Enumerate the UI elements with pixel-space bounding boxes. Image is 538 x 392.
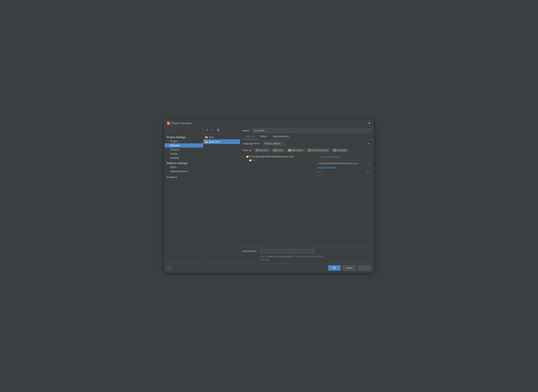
sidebar-item-artifacts[interactable]: Artifacts (165, 156, 203, 160)
language-level-select-wrap: Project default (263, 141, 371, 146)
sidebar-item-libraries[interactable]: Libraries (165, 148, 203, 152)
name-row: Name: (240, 127, 374, 134)
module-icon (205, 136, 208, 139)
dialog-close-button[interactable]: ✕ (368, 121, 371, 125)
source-folders-label: Source Folders (318, 166, 371, 169)
detail-panel: + Add Content Root D:\projects\java\itti… (315, 154, 374, 247)
tree-src-item[interactable]: 📁 src (240, 159, 315, 162)
remove-source-folder-button[interactable]: ✕ (369, 170, 371, 173)
sidebar-item-global-libraries[interactable]: Global Libraries (165, 169, 203, 173)
module-list: java java-core (203, 134, 240, 263)
language-level-label: Language level: (242, 142, 261, 145)
add-content-root-button[interactable]: + Add Content Root (315, 154, 374, 160)
project-settings-label: Project Settings (165, 135, 203, 139)
help-button[interactable]: ? (167, 266, 172, 270)
module-item-java[interactable]: java (203, 135, 240, 139)
sources-mark-icon (256, 149, 259, 151)
content-root-section: D:\projects\java\ittimeline\java\java-co… (315, 160, 374, 175)
sidebar-item-modules[interactable]: Modules (165, 143, 203, 148)
main-content: ← → Project Settings Project Modules Lib… (165, 127, 374, 263)
svg-rect-4 (205, 141, 206, 141)
nav-forward-button[interactable]: → (171, 129, 176, 133)
add-module-button[interactable]: + (205, 128, 210, 132)
excluded-mark-icon (334, 149, 336, 151)
svg-rect-1 (205, 136, 206, 137)
svg-rect-5 (205, 141, 208, 143)
language-level-select[interactable]: Project default (263, 141, 286, 146)
platform-settings-label: Platform Settings (165, 160, 203, 165)
file-tree: ▾ 📁 D:\projects\java\ittimeline\java\jav… (240, 154, 315, 247)
copy-module-button[interactable]: ⧉ (216, 128, 221, 132)
add-content-root-label: Add Content Root (320, 155, 340, 159)
sidebar-item-sdks[interactable]: SDKs (165, 165, 203, 169)
tab-sources[interactable]: Sources (242, 134, 258, 140)
sources-bottom: Exclude files: Use ; to separate name pa… (240, 247, 374, 263)
content-root-path: D:\projects\java\ittimeline\java\java-co… (318, 162, 368, 164)
apply-button[interactable]: Apply (357, 265, 371, 271)
mark-tests-button[interactable]: Tests (272, 148, 284, 152)
mark-as-row: Mark as: Sources Tests Resources (240, 148, 374, 154)
app-icon: 🔥 (167, 121, 170, 125)
content-area: Name: Sources Paths Dependencies Languag… (240, 127, 374, 263)
tree-chevron-icon: ▾ (242, 155, 245, 158)
title-bar-left: 🔥 Project Structure (167, 121, 192, 125)
mark-test-resources-button[interactable]: Test Resources (306, 148, 329, 152)
exclude-input[interactable] (260, 249, 314, 253)
mark-resources-button[interactable]: Resources (287, 148, 305, 152)
tests-mark-icon (274, 149, 276, 151)
language-level-row: Language level: Project default (240, 140, 374, 148)
source-folder-actions: ✎ ✕ (366, 170, 371, 173)
source-folder-row: src ✎ ✕ (318, 170, 371, 173)
content-root-close-button[interactable]: ✕ (368, 162, 371, 165)
dialog-title: Project Structure (171, 121, 192, 125)
ok-button[interactable]: OK (328, 265, 340, 271)
module-item-java-core[interactable]: java-core (203, 139, 240, 144)
exclude-hint: Use ; to separate name patterns, * for a… (242, 255, 371, 262)
edit-source-folder-button[interactable]: ✎ (366, 170, 368, 173)
module-toolbar: + − ⧉ (203, 127, 240, 134)
svg-rect-2 (205, 137, 208, 138)
root-folder-icon: 📁 (246, 155, 249, 158)
bottom-bar: ? OK Close Apply (165, 263, 374, 272)
remove-module-button[interactable]: − (210, 128, 215, 132)
tree-and-detail: ▾ 📁 D:\projects\java\ittimeline\java\jav… (240, 154, 374, 247)
exclude-label: Exclude files: (242, 250, 258, 253)
source-folder-name: src (318, 170, 321, 173)
add-icon: + (318, 155, 319, 159)
sidebar-item-problems[interactable]: Problems (165, 175, 203, 179)
sources-panel: Language level: Project default Mark as:… (240, 140, 374, 263)
resources-mark-icon (288, 149, 291, 151)
name-input[interactable] (253, 128, 371, 133)
title-bar: 🔥 Project Structure ✕ (165, 120, 374, 127)
module-panel: + − ⧉ java (203, 127, 240, 263)
src-folder-icon: 📁 (249, 159, 252, 162)
sidebar-nav: ← → (165, 128, 203, 134)
content-root-header: D:\projects\java\ittimeline\java\java-co… (318, 162, 371, 165)
tree-root-item[interactable]: ▾ 📁 D:\projects\java\ittimeline\java\jav… (240, 155, 315, 159)
tab-paths[interactable]: Paths (258, 134, 270, 140)
mark-as-label: Mark as: (242, 149, 252, 152)
nav-back-button[interactable]: ← (166, 129, 171, 133)
sidebar-item-facets[interactable]: Facets (165, 152, 203, 156)
tabs-bar: Sources Paths Dependencies (240, 134, 374, 140)
project-structure-dialog: 🔥 Project Structure ✕ ← → Project Settin… (164, 120, 374, 272)
bottom-actions: OK Close Apply (328, 265, 371, 271)
module-icon-selected (205, 140, 208, 143)
close-button[interactable]: Close (342, 265, 356, 271)
name-label: Name: (242, 129, 251, 132)
test-resources-mark-icon (308, 149, 311, 151)
mark-excluded-button[interactable]: Excluded (332, 148, 348, 152)
exclude-row: Exclude files: (242, 249, 371, 253)
tab-dependencies[interactable]: Dependencies (270, 134, 292, 140)
mark-sources-button[interactable]: Sources (254, 148, 270, 152)
sidebar: ← → Project Settings Project Modules Lib… (165, 127, 203, 263)
sidebar-item-project[interactable]: Project (165, 139, 203, 143)
